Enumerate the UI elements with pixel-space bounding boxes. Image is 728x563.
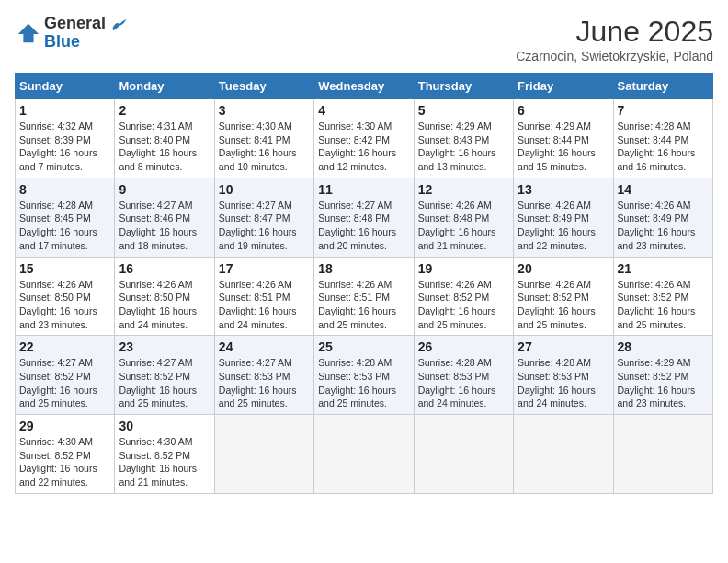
day-number: 25 xyxy=(318,339,409,354)
day-cell: 5Sunrise: 4:29 AMSunset: 8:43 PMDaylight… xyxy=(414,99,513,178)
day-cell: 4Sunrise: 4:30 AMSunset: 8:42 PMDaylight… xyxy=(314,99,414,178)
day-number: 5 xyxy=(418,103,509,118)
day-cell xyxy=(414,415,513,494)
header-tuesday: Tuesday xyxy=(214,74,313,99)
svg-marker-0 xyxy=(18,24,39,43)
day-number: 15 xyxy=(19,261,110,276)
day-cell: 13Sunrise: 4:26 AMSunset: 8:49 PMDayligh… xyxy=(514,178,613,257)
day-info: Sunrise: 4:27 AMSunset: 8:46 PMDaylight:… xyxy=(119,199,210,253)
day-cell: 8Sunrise: 4:28 AMSunset: 8:45 PMDaylight… xyxy=(16,178,115,257)
day-cell: 28Sunrise: 4:29 AMSunset: 8:52 PMDayligh… xyxy=(613,336,712,415)
day-number: 24 xyxy=(219,339,310,354)
day-cell: 23Sunrise: 4:27 AMSunset: 8:52 PMDayligh… xyxy=(115,336,214,415)
day-info: Sunrise: 4:26 AMSunset: 8:49 PMDaylight:… xyxy=(518,199,609,253)
calendar-title: June 2025 xyxy=(516,15,713,49)
header-sunday: Sunday xyxy=(16,74,115,99)
day-cell xyxy=(613,415,712,494)
logo: General Blue xyxy=(15,15,128,52)
week-row-1: 1Sunrise: 4:32 AMSunset: 8:39 PMDaylight… xyxy=(16,99,713,178)
calendar-table: SundayMondayTuesdayWednesdayThursdayFrid… xyxy=(15,73,713,494)
logo-general: General xyxy=(44,14,106,32)
day-cell: 22Sunrise: 4:27 AMSunset: 8:52 PMDayligh… xyxy=(16,336,115,415)
day-info: Sunrise: 4:28 AMSunset: 8:45 PMDaylight:… xyxy=(19,199,110,253)
day-info: Sunrise: 4:26 AMSunset: 8:49 PMDaylight:… xyxy=(618,199,709,253)
header-saturday: Saturday xyxy=(613,74,712,99)
day-number: 3 xyxy=(219,103,310,118)
day-number: 14 xyxy=(618,182,709,197)
day-number: 29 xyxy=(19,419,110,433)
day-number: 17 xyxy=(219,261,310,276)
day-info: Sunrise: 4:31 AMSunset: 8:40 PMDaylight:… xyxy=(119,120,210,174)
calendar-subtitle: Czarnocin, Swietokrzyskie, Poland xyxy=(516,49,713,63)
day-cell: 30Sunrise: 4:30 AMSunset: 8:52 PMDayligh… xyxy=(115,415,214,494)
day-number: 13 xyxy=(518,182,609,197)
day-info: Sunrise: 4:26 AMSunset: 8:52 PMDaylight:… xyxy=(618,278,709,332)
day-number: 2 xyxy=(119,103,210,118)
day-cell: 29Sunrise: 4:30 AMSunset: 8:52 PMDayligh… xyxy=(16,415,115,494)
day-info: Sunrise: 4:29 AMSunset: 8:43 PMDaylight:… xyxy=(418,120,509,174)
logo-text: General Blue xyxy=(44,15,128,52)
day-cell: 3Sunrise: 4:30 AMSunset: 8:41 PMDaylight… xyxy=(214,99,313,178)
day-info: Sunrise: 4:28 AMSunset: 8:53 PMDaylight:… xyxy=(318,356,409,410)
day-number: 18 xyxy=(318,261,409,276)
day-info: Sunrise: 4:30 AMSunset: 8:42 PMDaylight:… xyxy=(318,120,409,174)
day-info: Sunrise: 4:27 AMSunset: 8:48 PMDaylight:… xyxy=(318,199,409,253)
week-row-4: 22Sunrise: 4:27 AMSunset: 8:52 PMDayligh… xyxy=(16,336,713,415)
header-row: SundayMondayTuesdayWednesdayThursdayFrid… xyxy=(16,74,713,99)
day-info: Sunrise: 4:29 AMSunset: 8:44 PMDaylight:… xyxy=(518,120,609,174)
day-info: Sunrise: 4:26 AMSunset: 8:52 PMDaylight:… xyxy=(518,278,609,332)
day-info: Sunrise: 4:27 AMSunset: 8:52 PMDaylight:… xyxy=(19,356,110,410)
day-info: Sunrise: 4:26 AMSunset: 8:48 PMDaylight:… xyxy=(418,199,509,253)
day-number: 30 xyxy=(119,419,210,433)
day-number: 28 xyxy=(618,339,709,354)
day-number: 23 xyxy=(119,339,210,354)
day-info: Sunrise: 4:28 AMSunset: 8:53 PMDaylight:… xyxy=(418,356,509,410)
day-cell: 16Sunrise: 4:26 AMSunset: 8:50 PMDayligh… xyxy=(115,257,214,336)
day-cell: 25Sunrise: 4:28 AMSunset: 8:53 PMDayligh… xyxy=(314,336,414,415)
day-number: 12 xyxy=(418,182,509,197)
day-cell: 27Sunrise: 4:28 AMSunset: 8:53 PMDayligh… xyxy=(514,336,613,415)
day-cell: 11Sunrise: 4:27 AMSunset: 8:48 PMDayligh… xyxy=(314,178,414,257)
week-row-2: 8Sunrise: 4:28 AMSunset: 8:45 PMDaylight… xyxy=(16,178,713,257)
day-info: Sunrise: 4:26 AMSunset: 8:50 PMDaylight:… xyxy=(119,278,210,332)
day-number: 19 xyxy=(418,261,509,276)
day-cell: 9Sunrise: 4:27 AMSunset: 8:46 PMDaylight… xyxy=(115,178,214,257)
day-number: 26 xyxy=(418,339,509,354)
day-cell: 24Sunrise: 4:27 AMSunset: 8:53 PMDayligh… xyxy=(214,336,313,415)
day-number: 21 xyxy=(618,261,709,276)
day-number: 27 xyxy=(518,339,609,354)
day-info: Sunrise: 4:26 AMSunset: 8:52 PMDaylight:… xyxy=(418,278,509,332)
header-wednesday: Wednesday xyxy=(314,74,414,99)
day-info: Sunrise: 4:27 AMSunset: 8:47 PMDaylight:… xyxy=(219,199,310,253)
day-info: Sunrise: 4:30 AMSunset: 8:41 PMDaylight:… xyxy=(219,120,310,174)
day-cell: 26Sunrise: 4:28 AMSunset: 8:53 PMDayligh… xyxy=(414,336,513,415)
day-number: 16 xyxy=(119,261,210,276)
day-number: 11 xyxy=(318,182,409,197)
logo-bird-icon xyxy=(111,17,128,33)
day-cell xyxy=(514,415,613,494)
day-cell: 17Sunrise: 4:26 AMSunset: 8:51 PMDayligh… xyxy=(214,257,313,336)
day-number: 1 xyxy=(19,103,110,118)
day-info: Sunrise: 4:26 AMSunset: 8:51 PMDaylight:… xyxy=(318,278,409,332)
day-cell: 10Sunrise: 4:27 AMSunset: 8:47 PMDayligh… xyxy=(214,178,313,257)
day-cell: 12Sunrise: 4:26 AMSunset: 8:48 PMDayligh… xyxy=(414,178,513,257)
day-number: 4 xyxy=(318,103,409,118)
day-info: Sunrise: 4:32 AMSunset: 8:39 PMDaylight:… xyxy=(19,120,110,174)
day-cell: 1Sunrise: 4:32 AMSunset: 8:39 PMDaylight… xyxy=(16,99,115,178)
day-number: 22 xyxy=(19,339,110,354)
day-info: Sunrise: 4:30 AMSunset: 8:52 PMDaylight:… xyxy=(19,435,110,489)
day-number: 10 xyxy=(219,182,310,197)
day-number: 7 xyxy=(618,103,709,118)
day-info: Sunrise: 4:29 AMSunset: 8:52 PMDaylight:… xyxy=(618,356,709,410)
day-info: Sunrise: 4:27 AMSunset: 8:53 PMDaylight:… xyxy=(219,356,310,410)
header-thursday: Thursday xyxy=(414,74,513,99)
header-monday: Monday xyxy=(115,74,214,99)
day-info: Sunrise: 4:28 AMSunset: 8:53 PMDaylight:… xyxy=(518,356,609,410)
logo-blue: Blue xyxy=(44,32,80,51)
day-info: Sunrise: 4:28 AMSunset: 8:44 PMDaylight:… xyxy=(618,120,709,174)
day-info: Sunrise: 4:26 AMSunset: 8:51 PMDaylight:… xyxy=(219,278,310,332)
day-info: Sunrise: 4:26 AMSunset: 8:50 PMDaylight:… xyxy=(19,278,110,332)
day-cell xyxy=(214,415,313,494)
day-cell: 18Sunrise: 4:26 AMSunset: 8:51 PMDayligh… xyxy=(314,257,414,336)
day-cell xyxy=(314,415,414,494)
